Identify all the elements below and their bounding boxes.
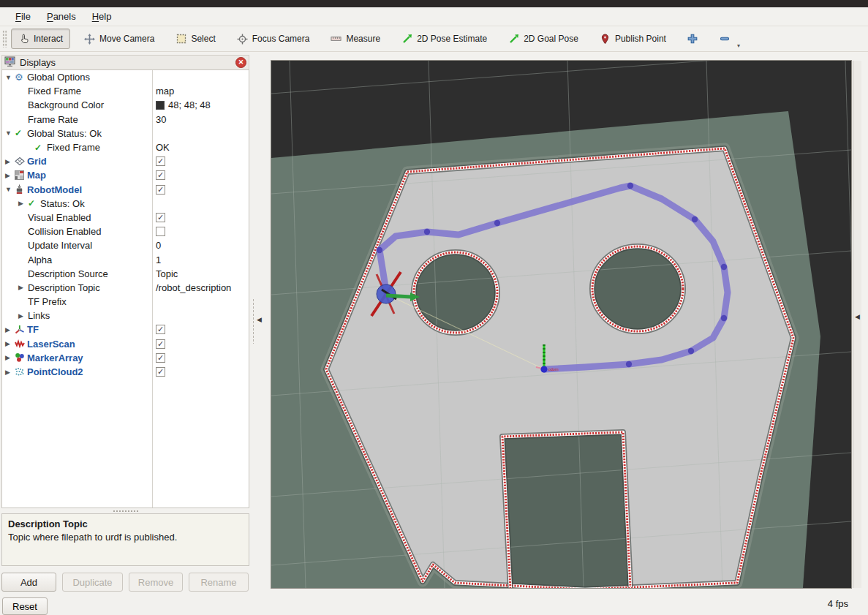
tool-focus-camera[interactable]: Focus Camera: [230, 29, 317, 49]
property-value[interactable]: 30: [156, 114, 166, 125]
checkbox[interactable]: [156, 227, 165, 236]
tree-row-laserscan[interactable]: ▶LaserScan✓: [2, 337, 249, 351]
dropdown-caret-icon[interactable]: ▾: [737, 42, 740, 49]
property-value[interactable]: 0: [156, 240, 161, 251]
tree-row-status-ok[interactable]: ▶✓Status: Ok: [2, 197, 249, 211]
property-value[interactable]: ✓: [156, 185, 165, 195]
expander-icon[interactable]: ▶: [18, 312, 28, 320]
ruler-icon: [331, 34, 341, 45]
path-node: [377, 247, 382, 253]
tree-row-update-interval[interactable]: Update Interval0: [2, 238, 249, 252]
tree-row-robotmodel[interactable]: ▼RobotModel✓: [2, 183, 249, 197]
tool-move-camera[interactable]: Move Camera: [77, 29, 162, 49]
tool-select[interactable]: Select: [168, 29, 222, 49]
tool-2d-pose-estimate[interactable]: 2D Pose Estimate: [394, 29, 494, 49]
menu-file[interactable]: File: [7, 9, 39, 24]
tree-row-label: Global Options: [27, 72, 90, 83]
tree-row-fixed-frame[interactable]: ✓Fixed FrameOK: [2, 140, 249, 154]
tree-row-visual-enabled[interactable]: Visual Enabled✓: [2, 211, 249, 225]
property-value[interactable]: ✓: [156, 353, 165, 363]
property-help-box: Description Topic Topic where filepath t…: [1, 513, 249, 566]
tree-row-background-color[interactable]: Background Color48; 48; 48: [2, 98, 249, 112]
tree-row-description-topic[interactable]: ▶Description Topic/robot_description: [2, 281, 249, 295]
tool-add-tool[interactable]: [680, 29, 706, 49]
tool-publish-point[interactable]: Publish Point: [592, 29, 673, 49]
tree-row-label: Map: [27, 170, 46, 181]
tree-row-frame-rate[interactable]: Frame Rate30: [2, 113, 249, 127]
tree-row-grid[interactable]: ▶Grid✓: [2, 154, 249, 168]
tree-row-label: TF Prefix: [28, 296, 67, 307]
menu-panels[interactable]: Panels: [39, 9, 84, 24]
tool-interact[interactable]: Interact: [11, 29, 70, 49]
checkbox[interactable]: ✓: [156, 339, 165, 349]
property-value[interactable]: ✓: [156, 325, 165, 334]
tree-row-label: Alpha: [28, 254, 52, 265]
expander-icon[interactable]: ▶: [18, 200, 28, 207]
checkbox[interactable]: ✓: [156, 325, 165, 334]
tree-row-alpha[interactable]: Alpha1: [2, 252, 249, 266]
tree-row-fixed-frame[interactable]: Fixed Framemap: [2, 84, 249, 98]
checkbox[interactable]: ✓: [156, 156, 165, 166]
menu-help[interactable]: Help: [84, 9, 120, 24]
tree-row-collision-enabled[interactable]: Collision Enabled: [2, 225, 249, 238]
collapse-right-panel-icon[interactable]: ◀: [855, 313, 860, 320]
property-value[interactable]: map: [156, 86, 174, 97]
expander-icon[interactable]: ▶: [5, 354, 15, 361]
property-value[interactable]: ✓: [156, 156, 165, 166]
checkbox[interactable]: ✓: [156, 170, 165, 180]
expander-icon[interactable]: ▶: [5, 369, 15, 376]
checkbox[interactable]: ✓: [156, 367, 165, 377]
3d-viewport[interactable]: odom: [271, 60, 852, 589]
check-icon: ✓: [28, 199, 40, 208]
tree-row-tf[interactable]: ▶TF✓: [2, 322, 249, 336]
close-icon[interactable]: ✕: [235, 57, 246, 68]
map-icon: [15, 170, 27, 180]
tool-label: Interact: [34, 34, 63, 44]
collapse-left-panel-icon[interactable]: ◀: [257, 316, 262, 323]
tool-remove-tool[interactable]: ▾: [712, 29, 738, 49]
expander-icon[interactable]: ▶: [5, 172, 15, 179]
tree-row-links[interactable]: ▶Links: [2, 309, 249, 322]
expander-icon[interactable]: ▶: [5, 158, 15, 165]
checkbox[interactable]: ✓: [156, 185, 165, 195]
reset-button[interactable]: Reset: [2, 597, 48, 615]
property-value[interactable]: 48; 48; 48: [156, 99, 211, 110]
tree-row-global-status-ok[interactable]: ▼✓Global Status: Ok: [2, 127, 249, 140]
tree-row-global-options[interactable]: ▼⚙Global Options: [2, 70, 249, 84]
expander-icon[interactable]: ▶: [18, 284, 28, 291]
displays-panel-header[interactable]: Displays ✕: [1, 55, 249, 69]
tree-row-label: Collision Enabled: [28, 226, 101, 237]
property-value[interactable]: ✓: [156, 213, 165, 222]
property-value[interactable]: ✓: [156, 367, 165, 377]
expander-icon[interactable]: ▶: [5, 340, 15, 347]
property-value[interactable]: ✓: [156, 339, 165, 349]
expander-icon[interactable]: ▼: [5, 74, 15, 81]
check-icon: ✓: [15, 129, 27, 137]
property-value[interactable]: OK: [156, 142, 170, 153]
tree-row-pointcloud2[interactable]: ▶PointCloud2✓: [2, 365, 249, 379]
tree-row-markerarray[interactable]: ▶MarkerArray✓: [2, 351, 249, 365]
property-value[interactable]: 1: [156, 254, 161, 265]
checkbox[interactable]: ✓: [156, 213, 165, 222]
tree-row-map[interactable]: ▶Map✓: [2, 168, 249, 182]
property-value[interactable]: /robot_description: [156, 282, 231, 293]
checkbox[interactable]: ✓: [156, 353, 165, 363]
displays-buttons-row: AddDuplicateRemoveRename: [1, 573, 249, 592]
tree-row-label: LaserScan: [27, 339, 75, 350]
tree-row-label: Update Interval: [28, 240, 92, 251]
expander-icon[interactable]: ▼: [5, 129, 15, 137]
tool-label: Publish Point: [615, 34, 666, 44]
expander-icon[interactable]: ▶: [5, 326, 15, 333]
tree-row-tf-prefix[interactable]: TF Prefix: [2, 295, 249, 309]
tool-measure[interactable]: Measure: [323, 29, 388, 49]
toolbar-drag-handle[interactable]: [2, 30, 7, 48]
property-value[interactable]: [156, 227, 165, 236]
expander-icon[interactable]: ▼: [5, 186, 15, 193]
tool-2d-goal-pose[interactable]: 2D Goal Pose: [501, 29, 586, 49]
color-swatch[interactable]: [156, 101, 165, 110]
tree-row-description-source[interactable]: Description SourceTopic: [2, 267, 249, 281]
property-value[interactable]: Topic: [156, 268, 178, 279]
add-button[interactable]: Add: [1, 573, 56, 592]
property-value[interactable]: ✓: [156, 170, 165, 180]
panel-splitter-handle[interactable]: [113, 508, 139, 513]
